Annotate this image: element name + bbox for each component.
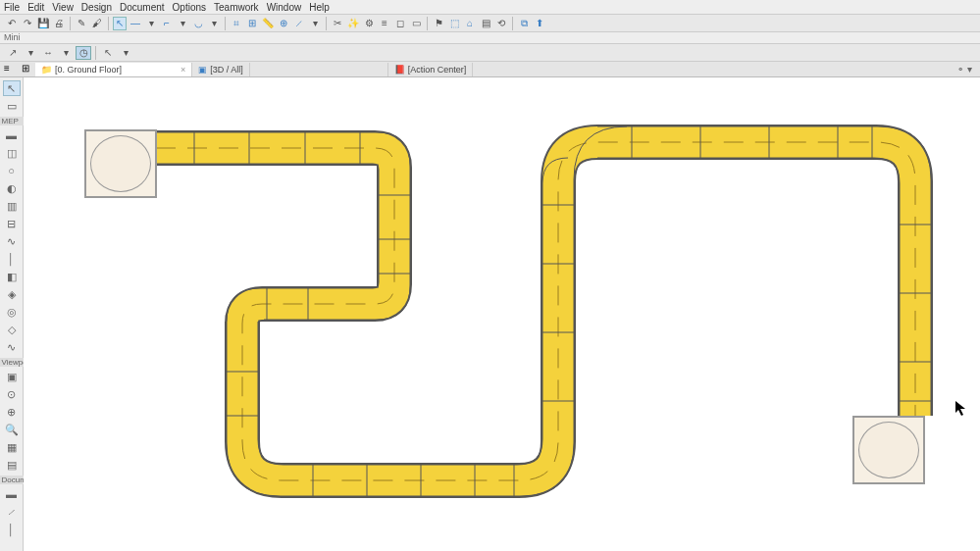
conduit-tool-icon[interactable]: ∿ (3, 233, 21, 249)
eyedropper-icon[interactable]: ✎ (75, 17, 88, 30)
dropdown-icon[interactable]: ▾ (308, 17, 322, 30)
cursor-icon[interactable]: ↖ (100, 46, 116, 60)
sheet-tool-icon[interactable]: ▤ (3, 457, 21, 473)
accessory-tool-icon[interactable]: ◎ (3, 304, 21, 320)
orbit-tool-icon[interactable]: ⊙ (3, 386, 21, 402)
undo-icon[interactable]: ↶ (5, 17, 19, 30)
box3d-icon[interactable]: ⬚ (447, 17, 461, 30)
menu-teamwork[interactable]: Teamwork (214, 2, 259, 13)
menu-file[interactable]: File (4, 2, 20, 13)
compass-icon[interactable]: ⊕ (277, 17, 290, 30)
terminal-grille-icon (858, 422, 919, 478)
terminal-grille-icon (90, 135, 151, 192)
menu-bar: File Edit View Design Document Options T… (0, 0, 980, 15)
wall-tool-icon[interactable]: ▬ (3, 486, 21, 502)
print-icon[interactable]: 🖨 (52, 17, 66, 30)
separator (108, 17, 109, 30)
separator (95, 46, 96, 60)
dropdown-icon[interactable]: ▾ (176, 17, 189, 30)
rotate-icon[interactable]: ⟲ (494, 17, 508, 30)
redo-icon[interactable]: ↷ (21, 17, 34, 30)
tray-tool-icon[interactable]: ▥ (3, 198, 21, 214)
duct-terminal-left[interactable] (84, 129, 157, 198)
equipment-tool-icon[interactable]: ◐ (3, 180, 21, 196)
dropdown-icon[interactable]: ▾ (118, 46, 133, 60)
accessory2-tool-icon[interactable]: ◇ (3, 322, 21, 337)
menu-window[interactable]: Window (267, 2, 302, 13)
save-icon[interactable]: 💾 (36, 17, 50, 30)
zoom-tool-icon[interactable]: 🔍 (3, 422, 21, 437)
duct-terminal-right[interactable] (852, 416, 925, 484)
book-icon: 📕 (394, 65, 405, 75)
polyarrow-icon[interactable]: ↗ (5, 46, 21, 60)
palette-icon[interactable]: ⊞ (22, 63, 35, 76)
list-view-icon[interactable]: ≡ (4, 63, 18, 76)
measure-icon[interactable]: ⟋ (292, 17, 306, 30)
clock-icon[interactable]: ◷ (76, 46, 91, 60)
camera-tool-icon[interactable]: ▣ (3, 369, 21, 384)
line-tool-icon[interactable]: — (129, 17, 142, 30)
drawing-canvas[interactable] (24, 77, 980, 551)
arrow-tool-icon[interactable]: ↖ (3, 80, 21, 96)
box3d-icon: ▣ (198, 65, 207, 75)
main-area: ↖ ▭ MEP ▬ ◫ ○ ◐ ▥ ⊟ ∿ │ ◧ ◈ ◎ ◇ ∿ Viewpo… (0, 77, 980, 551)
separator (225, 17, 226, 30)
tab-action-center[interactable]: 📕 [Action Center] (387, 63, 474, 76)
wand-icon[interactable]: ✨ (346, 17, 360, 30)
flag-icon[interactable]: ⚑ (432, 17, 445, 30)
menu-options[interactable]: Options (173, 2, 206, 13)
flex-tool-icon[interactable]: ⊟ (3, 216, 21, 231)
polyline-tool-icon[interactable]: ⌐ (160, 17, 174, 30)
menu-edit[interactable]: Edit (27, 2, 44, 13)
ductwork-drawing (24, 77, 980, 551)
dropdown-icon[interactable]: ▾ (23, 46, 38, 60)
junction-tool-icon[interactable]: ◧ (3, 269, 21, 284)
link-icon[interactable]: ⧉ (517, 17, 531, 30)
section-document: Documen (0, 476, 24, 484)
dropdown-icon[interactable]: ▾ (144, 17, 158, 30)
stair-tool-icon[interactable]: ⟋ (3, 504, 21, 520)
tab-ground-floor[interactable]: 📁 [0. Ground Floor] × (35, 63, 192, 76)
terminal-tool-icon[interactable]: ◈ (3, 286, 21, 302)
house-icon[interactable]: ⌂ (463, 17, 477, 30)
brush-icon[interactable]: 🖌 (90, 17, 104, 30)
tab-action-center-label: [Action Center] (408, 65, 467, 75)
tab-3d-label: [3D / All] (210, 65, 243, 75)
trace-icon[interactable]: ◻ (393, 17, 407, 30)
grid-icon[interactable]: ⌗ (230, 17, 243, 30)
panel-name-mini: Mini (0, 32, 980, 44)
flex2-tool-icon[interactable]: ∿ (3, 339, 21, 355)
rect-icon[interactable]: ▭ (409, 17, 423, 30)
target-tool-icon[interactable]: ⊕ (3, 404, 21, 420)
adjust-icon[interactable]: ⚙ (362, 17, 376, 30)
menu-view[interactable]: View (52, 2, 74, 13)
menu-document[interactable]: Document (120, 2, 165, 13)
export-icon[interactable]: ⬆ (533, 17, 546, 30)
duct-tool-icon[interactable]: ▬ (3, 127, 21, 143)
dropdown-icon[interactable]: ▾ (207, 17, 221, 30)
arc-tool-icon[interactable]: ◡ (191, 17, 205, 30)
column-tool-icon[interactable]: │ (3, 522, 21, 537)
tab-3d-all[interactable]: ▣ [3D / All] (192, 63, 250, 76)
menu-help[interactable]: Help (309, 2, 330, 13)
view-tab-strip: ≡ ⊞ 📁 [0. Ground Floor] × ▣ [3D / All] 📕… (0, 62, 980, 77)
menu-design[interactable]: Design (81, 2, 112, 13)
separator (427, 17, 428, 30)
layers-icon[interactable]: ≡ (378, 17, 391, 30)
tab-strip-options-icon[interactable]: ⚬ ▾ (953, 64, 976, 75)
close-tab-icon[interactable]: × (181, 65, 185, 75)
splitarrow-icon[interactable]: ↔ (40, 46, 56, 60)
separator (70, 17, 71, 30)
secondary-toolbar: ↗ ▾ ↔ ▾ ◷ ↖ ▾ (0, 44, 980, 62)
section-tool-icon[interactable]: ▦ (3, 439, 21, 455)
panel-tool-icon[interactable]: │ (3, 251, 21, 267)
pipe-tool-icon[interactable]: ◫ (3, 145, 21, 161)
scissors-icon[interactable]: ✂ (331, 17, 344, 30)
snap-icon[interactable]: ⊞ (245, 17, 259, 30)
sheet-icon[interactable]: ▤ (479, 17, 492, 30)
ruler-icon[interactable]: 📏 (261, 17, 275, 30)
marquee-tool-icon[interactable]: ▭ (3, 98, 21, 114)
dropdown-icon[interactable]: ▾ (58, 46, 74, 60)
fitting-tool-icon[interactable]: ○ (3, 163, 21, 178)
cursor-tool-icon[interactable]: ↖ (113, 17, 127, 30)
